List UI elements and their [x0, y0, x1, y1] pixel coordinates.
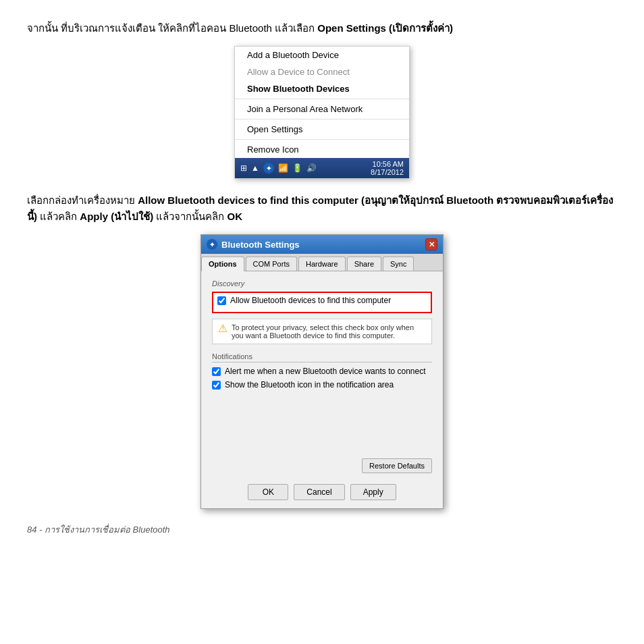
- taskbar-bars-icon: 📶: [278, 163, 288, 173]
- taskbar-strip: ⊞ ▲ ✦ 📶 🔋 🔊 10:56 AM 8/17/2012: [235, 158, 409, 178]
- context-menu-screenshot: Add a Bluetooth Device Allow a Device to…: [27, 46, 617, 179]
- dialog-titlebar: ✦ Bluetooth Settings ✕: [201, 235, 443, 254]
- menu-divider-2: [235, 119, 409, 119]
- para2-bold3: OK: [227, 211, 243, 222]
- menu-item-remove-icon[interactable]: Remove Icon: [235, 141, 409, 158]
- tab-options[interactable]: Options: [201, 257, 244, 271]
- checkbox-allow-label: Allow Bluetooth devices to find this com…: [230, 296, 391, 305]
- dialog-body: Discovery Allow Bluetooth devices to fin…: [201, 271, 443, 458]
- intro-bold-1: Open Settings (เปิดการตั้งค่า): [317, 22, 453, 34]
- warning-box: ⚠ To protect your privacy, select this c…: [212, 319, 432, 344]
- dialog-titlebar-left: ✦ Bluetooth Settings: [207, 239, 300, 250]
- tab-share[interactable]: Share: [347, 257, 381, 271]
- warning-text: To protect your privacy, select this che…: [232, 323, 426, 340]
- restore-row: Restore Defaults: [201, 458, 443, 479]
- checkbox-allow-bluetooth[interactable]: [217, 296, 226, 305]
- checkbox-alert-row: Alert me when a new Bluetooth device wan…: [212, 367, 432, 376]
- taskbar-battery-icon: 🔋: [292, 163, 302, 173]
- intro-text-1: จากนั้น ที่บริเวณการแจ้งเตือน ให้คลิกที่…: [27, 22, 315, 34]
- checkbox-show-row: Show the Bluetooth icon in the notificat…: [212, 380, 432, 390]
- taskbar-time-value: 10:56 AM: [371, 160, 404, 168]
- taskbar-date-value: 8/17/2012: [371, 168, 404, 176]
- menu-divider-1: [235, 99, 409, 99]
- checkbox-show-icon[interactable]: [212, 381, 221, 390]
- menu-item-open-settings[interactable]: Open Settings: [235, 121, 409, 138]
- dialog-tabs: Options COM Ports Hardware Share Sync: [201, 254, 443, 271]
- checkbox-alert-label: Alert me when a new Bluetooth device wan…: [225, 367, 426, 376]
- dialog-button-row: OK Cancel Apply: [201, 479, 443, 508]
- menu-item-show-devices[interactable]: Show Bluetooth Devices: [235, 80, 409, 97]
- menu-item-allow-connect[interactable]: Allow a Device to Connect: [235, 63, 409, 80]
- dialog-screenshot: ✦ Bluetooth Settings ✕ Options COM Ports…: [27, 234, 617, 509]
- ok-button[interactable]: OK: [248, 484, 288, 500]
- taskbar-volume-icon: 🔊: [306, 163, 317, 173]
- context-menu: Add a Bluetooth Device Allow a Device to…: [234, 46, 410, 179]
- notifications-section: Notifications Alert me when a new Blueto…: [212, 352, 432, 390]
- taskbar-icons: ⊞ ▲ ✦ 📶 🔋 🔊: [240, 163, 317, 173]
- allow-bluetooth-highlighted-box: Allow Bluetooth devices to find this com…: [212, 292, 432, 313]
- checkbox-allow-row: Allow Bluetooth devices to find this com…: [217, 296, 427, 305]
- spacer: [212, 396, 432, 450]
- menu-item-join-network[interactable]: Join a Personal Area Network: [235, 101, 409, 117]
- dialog-close-button[interactable]: ✕: [425, 238, 437, 250]
- taskbar-start-icon: ⊞: [240, 163, 247, 173]
- taskbar-arrow-icon: ▲: [251, 163, 259, 173]
- apply-button[interactable]: Apply: [350, 484, 396, 500]
- restore-defaults-button[interactable]: Restore Defaults: [362, 458, 432, 473]
- bluetooth-settings-dialog: ✦ Bluetooth Settings ✕ Options COM Ports…: [200, 234, 444, 509]
- para2-text3: แล้วจากนั้นคลิก: [156, 211, 227, 222]
- dialog-title: Bluetooth Settings: [221, 240, 300, 250]
- footer-note: 84 - การใช้งานการเชื่อมต่อ Bluetooth: [27, 522, 617, 537]
- tab-hardware[interactable]: Hardware: [298, 257, 346, 271]
- checkbox-alert[interactable]: [212, 367, 221, 376]
- discovery-label: Discovery: [212, 279, 432, 288]
- para2-text: เลือกกล่องทำเครื่องหมาย: [27, 194, 135, 206]
- notifications-label: Notifications: [212, 352, 432, 363]
- cancel-button[interactable]: Cancel: [294, 484, 344, 500]
- menu-item-add-bluetooth[interactable]: Add a Bluetooth Device: [235, 47, 409, 63]
- menu-divider-3: [235, 139, 409, 140]
- para2-bold2: Apply (นำไปใช้): [80, 211, 153, 222]
- para2: เลือกกล่องทำเครื่องหมาย Allow Bluetooth …: [27, 192, 617, 225]
- tab-sync[interactable]: Sync: [383, 257, 414, 271]
- taskbar-datetime: 10:56 AM 8/17/2012: [371, 160, 404, 176]
- bluetooth-icon: ✦: [263, 163, 274, 173]
- tab-com-ports[interactable]: COM Ports: [246, 257, 297, 271]
- warning-icon: ⚠: [218, 322, 227, 340]
- para2-text2: แล้วคลิก: [40, 211, 77, 222]
- intro-paragraph: จากนั้น ที่บริเวณการแจ้งเตือน ให้คลิกที่…: [27, 20, 617, 36]
- checkbox-show-label: Show the Bluetooth icon in the notificat…: [225, 380, 394, 390]
- dialog-bluetooth-icon: ✦: [207, 239, 217, 250]
